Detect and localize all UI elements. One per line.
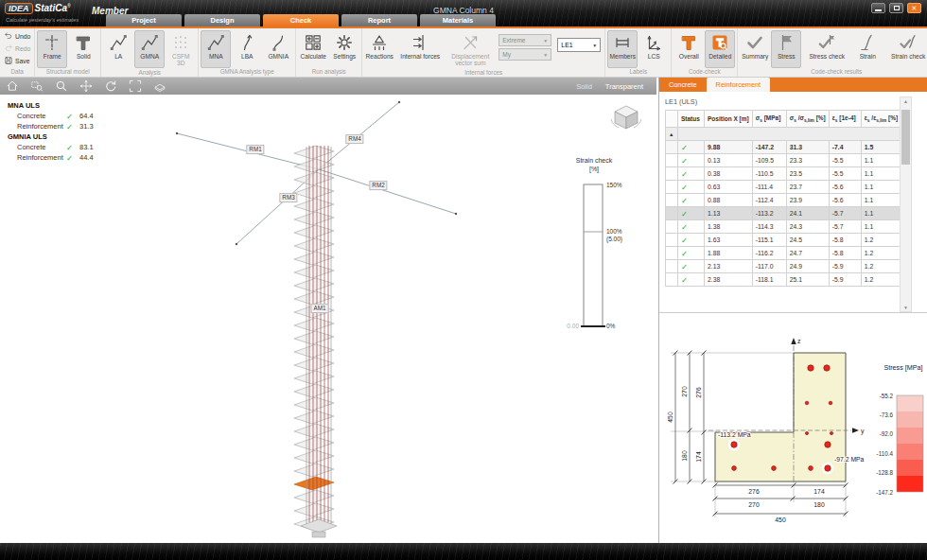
stress-icon (777, 33, 796, 52)
results-tab-concrete[interactable]: Concrete (659, 78, 707, 92)
calculate-icon (304, 33, 323, 52)
frame-button[interactable]: Frame (37, 30, 67, 68)
summary-extreme-row[interactable]: ✓9.88-147.231.3-7.41.5 (666, 141, 901, 154)
table-row[interactable]: ✓2.13-117.024.9-5.91.2 (666, 260, 901, 273)
summary-value: 31.3 (79, 122, 121, 131)
table-row[interactable]: ✓1.38-114.324.3-5.71.1 (666, 220, 901, 234)
summary-row-lba (8, 173, 121, 184)
overall-button[interactable]: Overall (673, 30, 704, 68)
table-row[interactable]: ✓2.38-118.125.1-5.91.2 (666, 273, 901, 287)
tab-report[interactable]: Report (341, 14, 417, 26)
solid-button[interactable]: Solid (68, 30, 98, 68)
table-row[interactable]: ✓0.38-110.523.5-5.51.1 (666, 167, 901, 181)
column-header[interactable]: εs /εs,lim [%] (861, 111, 901, 128)
internal-forces-button[interactable]: Internal forces (395, 30, 445, 68)
table-row[interactable]: ✓0.63-111.423.7-5.61.1 (666, 181, 901, 194)
ribbon-group-label: Structural model (46, 68, 90, 76)
collapse-icon[interactable]: ▲ (669, 131, 673, 137)
reactions-button[interactable]: Reactions (364, 30, 394, 68)
check-ok-icon: ✓ (681, 169, 688, 179)
scroll-up-icon[interactable]: ▲ (901, 98, 911, 104)
gmnia-button[interactable]: GMNIA (263, 30, 293, 68)
column-header[interactable]: σs [MPa] (752, 111, 786, 128)
summary-button[interactable]: Summary (740, 30, 770, 68)
column-header[interactable]: εs [1e-4] (829, 111, 861, 128)
check-ok-icon: ✓ (66, 112, 79, 121)
extreme-dropdown: Extreme▼ (498, 34, 551, 46)
strain-button[interactable]: Strain (852, 30, 883, 68)
fit-view-icon[interactable] (129, 79, 142, 93)
rotate-icon[interactable] (104, 79, 117, 93)
table-cell: -147.2 (752, 141, 786, 154)
calculate-button[interactable]: Calculate (298, 30, 328, 68)
clipping-plane-icon[interactable] (153, 79, 166, 93)
results-tab-reinforcement[interactable]: Reinforcement (707, 78, 770, 92)
viewport-3d[interactable]: Strain check[%]150%100%(5.00)0%0.00 RM1R… (0, 95, 656, 543)
lba-button[interactable]: LBA (232, 30, 262, 68)
zoom-window-icon[interactable] (30, 79, 44, 93)
table-cell: 23.9 (786, 194, 829, 207)
lcs-icon (644, 33, 663, 52)
ribbon-group-code-check-results: SummaryStressStress checkStrainStrain ch… (738, 28, 927, 77)
strain-check-button[interactable]: Strain check (883, 30, 927, 68)
view-cube[interactable] (611, 106, 641, 129)
undo-button[interactable]: Undo (2, 30, 32, 42)
group-row[interactable]: ▲ (666, 128, 901, 141)
mna-button[interactable]: MNA (201, 30, 231, 68)
table-row[interactable]: ✓0.88-112.423.9-5.61.1 (666, 194, 901, 207)
la-button[interactable]: LA (103, 30, 133, 68)
home-icon[interactable] (6, 79, 19, 93)
stress-check-button[interactable]: Stress check (802, 30, 851, 68)
scrollbar-thumb[interactable] (901, 110, 910, 165)
chevron-down-icon: ▼ (543, 38, 548, 44)
table-cell: -109.5 (752, 154, 786, 167)
pan-icon[interactable] (79, 79, 93, 93)
axis-z-label: z (797, 338, 801, 344)
tab-design[interactable]: Design (184, 14, 260, 26)
legend-label: -128.8 (876, 469, 893, 476)
column-header[interactable]: Status (678, 111, 705, 128)
table-cell: -5.6 (829, 194, 861, 207)
rebar-point (808, 365, 813, 371)
logo-tagline: Calculate yesterday's estimates (6, 17, 79, 23)
app-window: IDEA StatiCa® Calculate yesterday's esti… (0, 0, 927, 560)
minimize-button[interactable] (871, 3, 885, 13)
detailed-button[interactable]: Detailed (705, 30, 735, 68)
save-button[interactable]: Save (2, 55, 32, 66)
chevron-down-icon: ▼ (543, 52, 548, 58)
table-row[interactable]: ✓1.88-116.224.7-5.81.2 (666, 247, 901, 260)
table-cell: 24.9 (786, 260, 829, 273)
status-cell: ✓ (678, 273, 705, 287)
column-header[interactable]: σs /σs,lim [%] (786, 111, 829, 128)
maximize-button[interactable] (889, 3, 903, 13)
tab-materials[interactable]: Materials (420, 14, 496, 26)
stress-button[interactable]: Stress (771, 30, 801, 68)
ribbon-group-gmna-analysis-type: MNALBAGMNIAGMNA Analysis type (199, 28, 296, 77)
tab-project[interactable]: Project (106, 14, 182, 26)
column-header[interactable]: Position X [m] (705, 111, 753, 128)
settings-button[interactable]: Settings (329, 30, 359, 68)
tab-check[interactable]: Check (263, 14, 339, 26)
table-row[interactable]: ✓0.13-109.523.3-5.51.1 (666, 154, 901, 167)
table-row[interactable]: ✓1.63-115.124.5-5.81.2 (666, 234, 901, 247)
members-button[interactable]: Members (607, 30, 638, 68)
table-cell: -5.7 (829, 207, 861, 220)
table-cell: -5.9 (829, 260, 861, 273)
display-mode-transparent[interactable]: Transparent (605, 82, 643, 91)
lcs-button[interactable]: LCS (638, 30, 669, 68)
gmna-button[interactable]: GMNA (134, 30, 165, 68)
gmnia-icon (269, 33, 288, 52)
load-case-combo[interactable]: LE1▼ (557, 38, 601, 52)
table-row[interactable]: ✓1.13-113.224.1-5.71.1 (666, 207, 901, 220)
display-mode-solid[interactable]: Solid (576, 82, 592, 91)
internal-forces-icon (411, 33, 429, 52)
close-button[interactable]: ✕ (907, 3, 921, 13)
zoom-icon[interactable] (55, 79, 68, 93)
scroll-down-icon[interactable]: ▼ (901, 305, 911, 310)
table-cell: -112.4 (752, 194, 786, 207)
table-cell: 23.3 (786, 154, 829, 167)
title-bar: IDEA StatiCa® Calculate yesterday's esti… (0, 0, 927, 28)
display-modes: Solid Transparent (576, 82, 651, 91)
table-cell: 24.1 (786, 207, 829, 220)
table-scrollbar[interactable]: ▲ ▼ (900, 96, 912, 312)
